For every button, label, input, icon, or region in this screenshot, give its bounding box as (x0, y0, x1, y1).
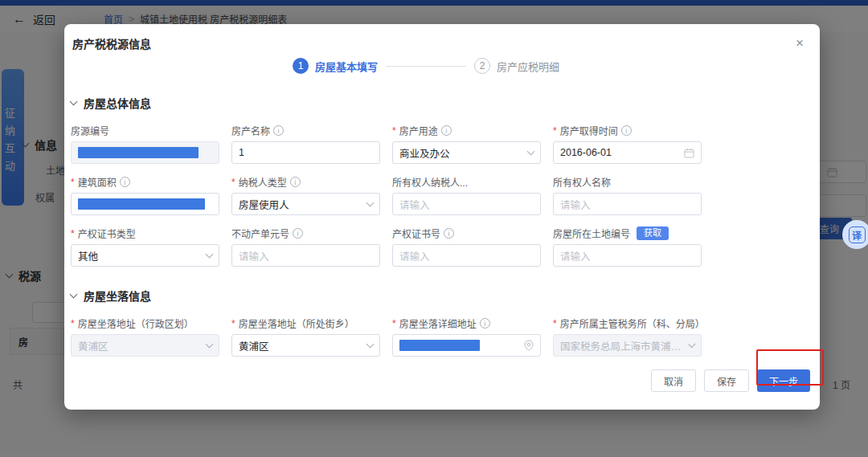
chevron-down-icon (206, 251, 214, 259)
field-house-code: 房源编号 (71, 124, 219, 164)
estate-unit-no-input[interactable]: 请输入 (231, 244, 380, 267)
field-label: 所有权人纳税人... (392, 175, 541, 189)
field-label: 房屋坐落地址（所处街乡） (231, 316, 380, 330)
field-street: 房屋坐落地址（所处街乡） 黄浦区 (231, 316, 380, 357)
district-select-disabled: 黄浦区 (71, 334, 219, 357)
info-icon[interactable] (621, 125, 632, 136)
field-label: 房产所属主管税务所（科、分局） (553, 316, 702, 330)
redaction-bar (399, 340, 480, 351)
field-taxpayer-type: 纳税人类型 房屋使用人 (231, 175, 380, 215)
field-label: 房源编号 (71, 124, 219, 137)
info-icon[interactable] (480, 318, 490, 328)
taxpayer-type-select[interactable]: 房屋使用人 (231, 193, 380, 215)
field-property-name: 房产名称 1 (231, 124, 380, 164)
field-owner-taxpayer: 所有权人纳税人... 请输入 (392, 175, 541, 215)
field-label: 房屋坐落详细地址 (392, 316, 541, 330)
chevron-down-icon (70, 97, 78, 105)
step-connector (386, 66, 466, 67)
step-1-basic: 1 房屋基本填写 (293, 58, 378, 74)
chevron-down-icon (206, 341, 214, 349)
field-estate-unit-no: 不动产单元号 请输入 (231, 226, 380, 267)
info-icon[interactable] (441, 125, 452, 136)
field-label: 房屋所在土地编号 获取 (553, 226, 702, 240)
cert-type-select[interactable]: 其他 (71, 244, 219, 267)
field-tax-office: 房产所属主管税务所（科、分局） 国家税务总局上海市黄浦区税务局第... (553, 316, 702, 357)
redaction-bar (78, 147, 199, 158)
building-area-input[interactable] (71, 193, 219, 215)
location-pin-icon (524, 340, 534, 351)
field-label: 纳税人类型 (231, 175, 380, 189)
acquire-date-input[interactable]: 2016-06-01 (553, 141, 702, 164)
redaction-bar (78, 198, 205, 210)
field-owner-name: 所有权人名称 请输入 (553, 175, 702, 215)
field-label: 房产用途 (392, 124, 541, 137)
annotation-highlight-box (756, 349, 824, 386)
translate-float-button[interactable]: 译 (842, 220, 868, 249)
field-label: 产权证书类型 (71, 226, 219, 240)
dialog-footer: 取消 保存 下一步 (71, 369, 810, 392)
field-label: 房产名称 (231, 124, 380, 137)
info-icon[interactable] (293, 228, 303, 239)
field-label: 房产取得时间 (553, 124, 702, 137)
field-cert-no: 产权证书号 请输入 (392, 226, 541, 267)
info-icon[interactable] (120, 177, 130, 187)
field-label: 不动产单元号 (231, 226, 380, 240)
property-tax-dialog: 房产税税源信息 × 1 房屋基本填写 2 房产应税明细 房屋总体信息 房源编号 (64, 24, 820, 410)
fetch-button[interactable]: 获取 (637, 226, 669, 241)
cancel-button[interactable]: 取消 (651, 369, 696, 392)
location-fields-grid: 房屋坐落地址（行政区划） 黄浦区 房屋坐落地址（所处街乡） 黄浦区 房屋坐落详细… (71, 316, 810, 357)
land-code-input[interactable]: 请输入 (553, 244, 702, 267)
field-cert-type: 产权证书类型 其他 (71, 226, 219, 267)
save-button[interactable]: 保存 (704, 369, 749, 392)
step-2-detail: 2 房产应税明细 (474, 58, 559, 74)
basic-fields-grid: 房源编号 房产名称 1 房产用途 商 (71, 124, 810, 267)
street-select[interactable]: 黄浦区 (231, 334, 380, 357)
wizard-steps: 1 房屋基本填写 2 房产应税明细 (64, 58, 788, 74)
field-district: 房屋坐落地址（行政区划） 黄浦区 (71, 316, 219, 357)
step-1-circle: 1 (293, 58, 309, 74)
cert-no-input[interactable]: 请输入 (392, 244, 541, 267)
property-use-select[interactable]: 商业及办公 (392, 141, 541, 164)
field-label: 所有权人名称 (553, 175, 702, 189)
section-header-basic[interactable]: 房屋总体信息 (71, 95, 810, 111)
field-acquire-date: 房产取得时间 2016-06-01 (553, 124, 702, 164)
property-name-input[interactable]: 1 (231, 141, 380, 164)
chevron-down-icon (689, 341, 696, 348)
calendar-icon (684, 148, 694, 158)
chevron-down-icon (70, 290, 78, 298)
info-icon[interactable] (290, 177, 301, 187)
field-label: 房屋坐落地址（行政区划） (71, 316, 219, 330)
close-icon[interactable]: × (796, 36, 804, 50)
step-2-circle: 2 (474, 58, 490, 74)
field-detail-address: 房屋坐落详细地址 (392, 316, 541, 357)
info-icon[interactable] (273, 125, 284, 136)
info-icon[interactable] (444, 228, 454, 239)
field-land-code: 房屋所在土地编号 获取 请输入 (553, 226, 702, 267)
translate-icon: 译 (849, 226, 866, 243)
field-building-area: 建筑面积 (71, 175, 219, 215)
chevron-down-icon (366, 199, 375, 207)
owner-taxpayer-input[interactable]: 请输入 (392, 193, 541, 215)
tax-office-select-disabled: 国家税务总局上海市黄浦区税务局第... (553, 334, 702, 357)
field-label: 产权证书号 (392, 226, 541, 240)
step-1-label: 房屋基本填写 (315, 59, 378, 74)
dialog-title: 房产税税源信息 (72, 35, 820, 51)
house-code-input-disabled (71, 141, 219, 164)
section-header-location[interactable]: 房屋坐落信息 (71, 288, 810, 304)
chevron-down-icon (366, 341, 375, 349)
chevron-down-icon (527, 148, 535, 156)
owner-name-input[interactable]: 请输入 (553, 193, 702, 215)
field-label: 建筑面积 (71, 175, 219, 189)
step-2-label: 房产应税明细 (497, 59, 559, 74)
field-property-use: 房产用途 商业及办公 (392, 124, 541, 164)
detail-address-input[interactable] (392, 334, 541, 357)
